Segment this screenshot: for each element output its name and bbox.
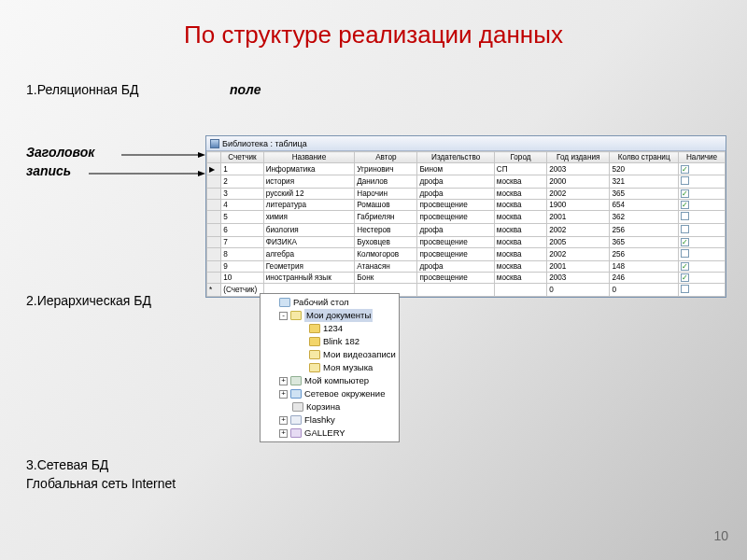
tree-label: Мои документы bbox=[304, 309, 373, 322]
cell: 7 bbox=[221, 237, 264, 248]
tree-label: Сетевое окружение bbox=[304, 387, 385, 400]
expand-toggle-icon[interactable]: - bbox=[279, 312, 288, 320]
table-row[interactable]: 3русский 12Нарочиндрофамосква2002365✓ bbox=[207, 189, 726, 200]
availability-checkbox[interactable]: ✓ bbox=[679, 261, 726, 273]
tree-node[interactable]: Рабочий стол bbox=[262, 296, 399, 309]
expand-toggle-icon[interactable]: + bbox=[279, 416, 288, 425]
db-table-window: Библиотека : таблица СчетчикНазваниеАвто… bbox=[205, 135, 726, 298]
arrow-header-icon bbox=[121, 151, 205, 159]
row-selector[interactable] bbox=[207, 273, 221, 284]
table-row[interactable]: 2историяДаниловдрофамосква2000321 bbox=[207, 175, 726, 189]
cell: Колмогоров bbox=[355, 248, 417, 261]
availability-checkbox[interactable] bbox=[679, 284, 726, 297]
folder-icon bbox=[309, 363, 320, 372]
label-record: запись bbox=[26, 163, 71, 178]
folder-icon bbox=[292, 402, 303, 412]
row-selector[interactable] bbox=[207, 189, 221, 200]
availability-checkbox[interactable]: ✓ bbox=[679, 200, 726, 211]
row-selector[interactable] bbox=[207, 211, 221, 224]
tree-node[interactable]: Корзина bbox=[262, 400, 399, 413]
availability-checkbox[interactable]: ✓ bbox=[679, 237, 726, 248]
cell: 365 bbox=[610, 189, 679, 200]
availability-checkbox[interactable]: ✓ bbox=[679, 163, 726, 175]
availability-checkbox[interactable] bbox=[679, 175, 726, 189]
availability-checkbox[interactable] bbox=[679, 211, 726, 224]
tree-label: Flashky bbox=[304, 413, 335, 427]
tree-node[interactable]: -Мои документы bbox=[262, 309, 399, 322]
cell: москва bbox=[494, 175, 546, 189]
cell: Бонк bbox=[355, 273, 417, 284]
cell: москва bbox=[494, 248, 546, 261]
tree-node[interactable]: Моя музыка bbox=[262, 361, 399, 374]
cell: алгебра bbox=[263, 248, 355, 261]
window-titlebar: Библиотека : таблица bbox=[206, 136, 726, 151]
cell: 2002 bbox=[547, 189, 610, 200]
availability-checkbox[interactable]: ✓ bbox=[679, 273, 726, 284]
folder-icon bbox=[309, 350, 320, 359]
tree-node[interactable]: +GALLERY bbox=[262, 427, 399, 440]
table-row[interactable]: 6биологияНестеровдрофамосква2002256 bbox=[207, 224, 726, 237]
cell: Габриелян bbox=[355, 211, 417, 224]
cell: Геометрия bbox=[263, 261, 355, 273]
cell: Атанасян bbox=[355, 261, 417, 273]
table-row[interactable]: ▶1ИнформатикаУгриновичБиномСП2003520✓ bbox=[207, 163, 726, 175]
cell: 6 bbox=[221, 224, 264, 237]
cell: 2 bbox=[221, 175, 264, 189]
column-header: Наличие bbox=[679, 152, 726, 163]
tree-node[interactable]: Blink 182 bbox=[262, 335, 399, 348]
availability-checkbox[interactable] bbox=[679, 248, 726, 261]
row-selector[interactable] bbox=[207, 175, 221, 189]
cell: русский 12 bbox=[263, 189, 355, 200]
table-row[interactable]: 10иностранный языкБонкпросвещениемосква2… bbox=[207, 273, 726, 284]
row-selector[interactable] bbox=[207, 224, 221, 237]
row-selector[interactable] bbox=[207, 200, 221, 211]
cell: 2002 bbox=[547, 224, 610, 237]
cell: москва bbox=[494, 237, 546, 248]
table-row[interactable]: 5химияГабриелянпросвещениемосква2001362 bbox=[207, 211, 726, 224]
tree-node[interactable]: 1234 bbox=[262, 322, 399, 335]
cell: Информатика bbox=[263, 163, 355, 175]
row-selector[interactable]: * bbox=[207, 284, 221, 297]
expand-toggle-icon[interactable]: + bbox=[279, 390, 288, 399]
cell: 246 bbox=[610, 273, 679, 284]
cell: 321 bbox=[610, 175, 679, 189]
cell: 1900 bbox=[547, 200, 610, 211]
label-relational-db: 1.Реляционная БД bbox=[26, 82, 138, 97]
table-row[interactable]: 9ГеометрияАтанасяндрофамосква2001148✓ bbox=[207, 261, 726, 273]
availability-checkbox[interactable]: ✓ bbox=[679, 189, 726, 200]
table-row[interactable]: 7ФИЗИКАБуховцевпросвещениемосква2005365✓ bbox=[207, 237, 726, 248]
db-table: СчетчикНазваниеАвторИздательствоГородГод… bbox=[206, 151, 726, 297]
row-selector[interactable] bbox=[207, 261, 221, 273]
expand-toggle-icon[interactable]: + bbox=[279, 377, 288, 385]
row-selector[interactable] bbox=[207, 237, 221, 248]
cell: просвещение bbox=[417, 200, 494, 211]
table-row[interactable]: 8алгебраКолмогоровпросвещениемосква20022… bbox=[207, 248, 726, 261]
expand-toggle-icon[interactable]: + bbox=[279, 429, 288, 438]
cell: иностранный язык bbox=[263, 273, 355, 284]
tree-node[interactable]: +Flashky bbox=[262, 413, 399, 427]
tree-label: Корзина bbox=[306, 400, 340, 413]
row-selector[interactable]: ▶ bbox=[207, 163, 221, 175]
label-global-internet: Глобальная сеть Internet bbox=[26, 476, 176, 491]
column-header: Год издания bbox=[547, 152, 610, 163]
tree-node[interactable]: +Сетевое окружение bbox=[262, 387, 399, 400]
cell: Угринович bbox=[355, 163, 417, 175]
folder-icon bbox=[290, 389, 302, 399]
availability-checkbox[interactable] bbox=[679, 224, 726, 237]
cell: 256 bbox=[610, 248, 679, 261]
tree-node[interactable]: Мои видеозаписи bbox=[262, 348, 399, 361]
cell: дрофа bbox=[417, 224, 494, 237]
folder-icon bbox=[290, 311, 302, 320]
table-row[interactable]: 4литератураРомашовпросвещениемосква19006… bbox=[207, 200, 726, 211]
cell: просвещение bbox=[417, 273, 494, 284]
cell: СП bbox=[494, 163, 546, 175]
cell: 520 bbox=[610, 163, 679, 175]
tree-node[interactable]: +Мой компьютер bbox=[262, 374, 399, 387]
svg-marker-1 bbox=[198, 152, 205, 158]
cell: 2003 bbox=[547, 163, 610, 175]
cell: 2002 bbox=[547, 248, 610, 261]
cell: 9 bbox=[221, 261, 264, 273]
cell: москва bbox=[494, 273, 546, 284]
cell: история bbox=[263, 175, 355, 189]
row-selector[interactable] bbox=[207, 248, 221, 261]
